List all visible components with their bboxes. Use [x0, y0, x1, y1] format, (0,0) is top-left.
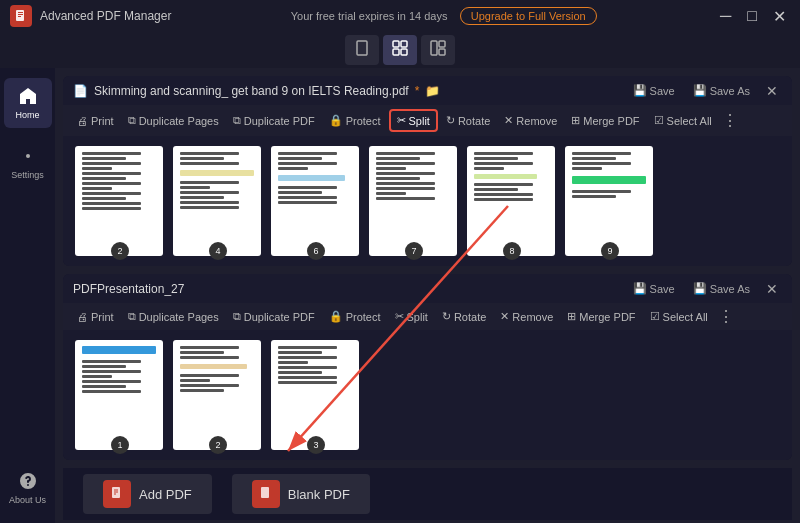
svg-rect-4 — [357, 41, 367, 55]
pdf1-select-all-btn[interactable]: ☑ Select All — [648, 111, 718, 130]
pdf1-page-8-num: 8 — [503, 242, 521, 260]
bottom-bar: Add PDF Blank PDF — [63, 468, 792, 520]
pdf1-dup-pages-btn[interactable]: ⧉ Duplicate Pages — [122, 111, 225, 130]
sidebar-item-home[interactable]: Home — [4, 78, 52, 128]
svg-rect-1 — [18, 12, 23, 13]
split-icon2: ✂ — [395, 310, 404, 323]
svg-rect-8 — [401, 49, 407, 55]
pdf1-page-9-img — [565, 146, 653, 256]
pdf1-merge-btn[interactable]: ⊞ Merge PDF — [565, 111, 645, 130]
maximize-button[interactable]: □ — [743, 7, 761, 25]
pdf1-header: 📄 Skimming and scanning_ get band 9 on I… — [63, 76, 792, 105]
pdf1-toolbar-more[interactable]: ⋮ — [722, 111, 738, 130]
dup-pages-icon: ⧉ — [128, 114, 136, 127]
content-area: 📄 Skimming and scanning_ get band 9 on I… — [55, 68, 800, 523]
pdf1-save-as-btn[interactable]: 💾 Save As — [687, 82, 756, 99]
pdf1-page-2[interactable]: 2 — [75, 146, 165, 256]
dup-pdf-icon: ⧉ — [233, 114, 241, 127]
add-pdf-btn[interactable]: Add PDF — [83, 474, 212, 514]
pdf1-folder-icon: 📁 — [425, 84, 440, 98]
pdf2-page-1[interactable]: 1 — [75, 340, 165, 450]
svg-rect-6 — [401, 41, 407, 47]
pdf2-pages-grid: 1 2 — [63, 330, 792, 460]
pdf1-page-4[interactable]: 4 — [173, 146, 263, 256]
pdf1-page-6[interactable]: 6 — [271, 146, 361, 256]
pdf2-page-3[interactable]: 3 — [271, 340, 361, 450]
print-icon: 🖨 — [77, 115, 88, 127]
dup-pages-icon2: ⧉ — [128, 310, 136, 323]
save-as-icon2: 💾 — [693, 282, 707, 295]
svg-rect-3 — [18, 16, 21, 17]
pdf2-header: PDFPresentation_27 💾 Save 💾 Save As ✕ — [63, 274, 792, 303]
trial-notice: Your free trial expires in 14 days Upgra… — [291, 7, 597, 25]
svg-rect-18 — [261, 487, 269, 498]
pdf2-save-btn[interactable]: 💾 Save — [627, 280, 681, 297]
titlebar: Advanced PDF Manager Your free trial exp… — [0, 0, 800, 32]
sidebar-item-settings[interactable]: Settings — [4, 138, 52, 188]
remove-icon2: ✕ — [500, 310, 509, 323]
sidebar-item-about[interactable]: About Us — [4, 463, 52, 513]
print-icon2: 🖨 — [77, 311, 88, 323]
pdf1-page-7[interactable]: 7 — [369, 146, 459, 256]
titlebar-controls: ─ □ ✕ — [716, 7, 790, 26]
rotate-icon2: ↻ — [442, 310, 451, 323]
blank-pdf-icon — [252, 480, 280, 508]
view-toolbar — [0, 32, 800, 68]
select-all-icon2: ☑ — [650, 310, 660, 323]
pdf2-print-btn[interactable]: 🖨 Print — [71, 308, 120, 326]
merge-icon: ⊞ — [571, 114, 580, 127]
close-button[interactable]: ✕ — [769, 7, 790, 26]
pdf1-page-6-num: 6 — [307, 242, 325, 260]
main-area: Home Settings About Us 📄 Skimming and sc… — [0, 68, 800, 523]
pdf1-page-2-img — [75, 146, 163, 256]
minimize-button[interactable]: ─ — [716, 7, 735, 25]
add-pdf-icon — [103, 480, 131, 508]
pdf1-page-4-num: 4 — [209, 242, 227, 260]
pdf1-page-2-num: 2 — [111, 242, 129, 260]
pdf2-section: PDFPresentation_27 💾 Save 💾 Save As ✕ — [63, 274, 792, 460]
pdf1-remove-btn[interactable]: ✕ Remove — [498, 111, 563, 130]
rotate-icon: ↻ — [446, 114, 455, 127]
pdf1-page-9-num: 9 — [601, 242, 619, 260]
pdf1-split-btn[interactable]: ✂ Split — [389, 109, 438, 132]
dup-pdf-icon2: ⧉ — [233, 310, 241, 323]
pdf1-page-4-img — [173, 146, 261, 256]
pdf2-page-2[interactable]: 2 — [173, 340, 263, 450]
pdf1-print-btn[interactable]: 🖨 Print — [71, 112, 120, 130]
pdf2-merge-btn[interactable]: ⊞ Merge PDF — [561, 307, 641, 326]
upgrade-button[interactable]: Upgrade to Full Version — [460, 7, 597, 25]
view-split-btn[interactable] — [421, 35, 455, 65]
pdf2-save-as-btn[interactable]: 💾 Save As — [687, 280, 756, 297]
pdf2-select-all-btn[interactable]: ☑ Select All — [644, 307, 714, 326]
remove-icon: ✕ — [504, 114, 513, 127]
pdf1-toolbar: 🖨 Print ⧉ Duplicate Pages ⧉ Duplicate PD… — [63, 105, 792, 136]
pdf1-protect-btn[interactable]: 🔒 Protect — [323, 111, 387, 130]
pdf2-actions: 💾 Save 💾 Save As ✕ — [627, 280, 782, 297]
pdf1-close-btn[interactable]: ✕ — [762, 83, 782, 99]
svg-rect-11 — [439, 49, 445, 55]
pdf2-close-btn[interactable]: ✕ — [762, 281, 782, 297]
view-grid-btn[interactable] — [383, 35, 417, 65]
pdf1-page-9[interactable]: 9 — [565, 146, 655, 256]
titlebar-left: Advanced PDF Manager — [10, 5, 171, 27]
pdf2-rotate-btn[interactable]: ↻ Rotate — [436, 307, 492, 326]
pdf2-remove-btn[interactable]: ✕ Remove — [494, 307, 559, 326]
pdf2-page-2-img — [173, 340, 261, 450]
pdf2-toolbar-more[interactable]: ⋮ — [718, 307, 734, 326]
pdf2-dup-pdf-btn[interactable]: ⧉ Duplicate PDF — [227, 307, 321, 326]
pdf2-split-btn[interactable]: ✂ Split — [389, 307, 434, 326]
pdf1-actions: 💾 Save 💾 Save As ✕ — [627, 82, 782, 99]
pdf1-title-icon: 📄 — [73, 84, 88, 98]
svg-rect-2 — [18, 14, 23, 15]
pdf1-title: 📄 Skimming and scanning_ get band 9 on I… — [73, 84, 440, 98]
pdf1-page-8[interactable]: 8 — [467, 146, 557, 256]
blank-pdf-btn[interactable]: Blank PDF — [232, 474, 370, 514]
pdf2-page-3-num: 3 — [307, 436, 325, 454]
pdf1-save-btn[interactable]: 💾 Save — [627, 82, 681, 99]
view-single-btn[interactable] — [345, 35, 379, 65]
pdf1-rotate-btn[interactable]: ↻ Rotate — [440, 111, 496, 130]
pdf2-toolbar: 🖨 Print ⧉ Duplicate Pages ⧉ Duplicate PD… — [63, 303, 792, 330]
pdf2-dup-pages-btn[interactable]: ⧉ Duplicate Pages — [122, 307, 225, 326]
pdf2-protect-btn[interactable]: 🔒 Protect — [323, 307, 387, 326]
pdf1-dup-pdf-btn[interactable]: ⧉ Duplicate PDF — [227, 111, 321, 130]
